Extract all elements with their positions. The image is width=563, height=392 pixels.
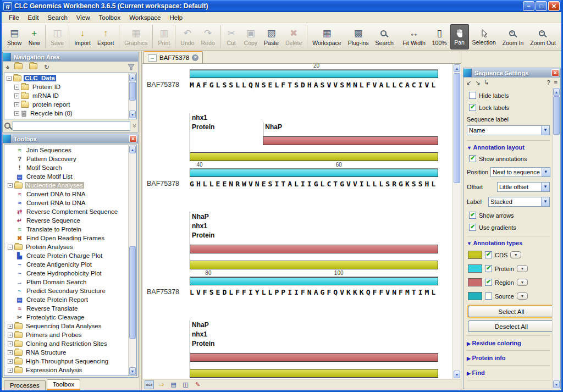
new-button[interactable]: +New xyxy=(25,24,43,49)
sequence-letters[interactable]: LVFSEDLFFIYLLPPIIFNAGFQVKKKQFFVNFMTIML xyxy=(190,288,438,296)
show-arrows-checkbox[interactable] xyxy=(469,212,476,219)
import-button[interactable]: ↓Import xyxy=(71,24,94,49)
protein-options-icon[interactable] xyxy=(517,265,528,272)
toolbox-item-cloning-and-restriction-sites[interactable]: +Cloning and Restriction Sites xyxy=(4,339,128,348)
use-gradients-checkbox[interactable] xyxy=(469,224,476,231)
annotation-label[interactable]: Protein xyxy=(192,339,214,349)
toolbox-item-create-motif-list[interactable]: ▤Create Motif List xyxy=(4,172,128,181)
expander-plus-icon[interactable]: + xyxy=(8,368,13,373)
expander-minus-icon[interactable]: − xyxy=(8,183,13,188)
position-select[interactable]: Next to sequence xyxy=(490,167,550,177)
book-view-icon[interactable]: ◫ xyxy=(181,380,190,389)
chevron-down-icon[interactable] xyxy=(542,168,550,176)
scroll-thumb[interactable] xyxy=(129,246,136,339)
expander-plus-icon[interactable]: + xyxy=(8,333,13,338)
show-annotations-checkbox[interactable] xyxy=(469,155,476,162)
section-residue-coloring[interactable]: Residue coloring xyxy=(467,335,550,350)
toolbox-item-join-sequences[interactable]: ≈Join Sequences xyxy=(4,146,128,154)
deselect-all-button[interactable]: Deselect All xyxy=(468,321,552,332)
toolbox-item-high-throughput-sequencing[interactable]: +High-Throughput Sequencing xyxy=(4,357,128,366)
toolbox-item-nucleotide-analyses[interactable]: −Nucleotide Analyses xyxy=(4,181,128,190)
toolbox-item-pattern-discovery[interactable]: ?Pattern Discovery xyxy=(4,154,128,163)
tree-item-recycle-bin-0[interactable]: +Recycle bin (0) xyxy=(4,109,128,118)
offset-select[interactable]: Little offset xyxy=(497,182,550,192)
annotation-label[interactable]: nhx1 xyxy=(192,113,214,123)
search-button[interactable]: Search xyxy=(372,24,397,49)
toolbox-item-motif-search[interactable]: !Motif Search xyxy=(4,163,128,172)
region-annotation-bar[interactable] xyxy=(263,136,438,145)
toolbox-item-reverse-translate[interactable]: ≈Reverse Translate xyxy=(4,304,128,313)
toolbox-item-reverse-sequence[interactable]: ↵Reverse Sequence xyxy=(4,216,128,225)
pan-button[interactable]: Pan xyxy=(450,24,469,49)
export-view-icon[interactable]: ⇒ xyxy=(157,380,166,389)
add-folder-icon[interactable] xyxy=(14,63,25,71)
annotation-label[interactable]: Protein xyxy=(192,231,214,240)
toolbox-item-convert-dna-to-rna[interactable]: ≈Convert DNA to RNA xyxy=(4,190,128,198)
lock-labels-checkbox[interactable] xyxy=(469,104,476,111)
cds-color-swatch[interactable] xyxy=(468,251,482,259)
apply-down-icon[interactable]: ↙ xyxy=(466,79,471,86)
region-checkbox[interactable] xyxy=(485,279,492,286)
indent-icon[interactable]: ↳ xyxy=(484,79,489,86)
label-select[interactable]: Stacked xyxy=(488,197,550,207)
sequence-label-select[interactable]: Name xyxy=(467,125,550,135)
source-checkbox[interactable] xyxy=(485,292,492,300)
toolbox-item-sequencing-data-analyses[interactable]: +Sequencing Data Analyses xyxy=(4,322,128,330)
toolbox-scrollbar[interactable] xyxy=(128,145,136,376)
expander-plus-icon[interactable]: + xyxy=(8,350,13,355)
annotation-label[interactable]: NhaP xyxy=(192,212,214,222)
toolbox-item-reverse-complement-sequence[interactable]: ⇄Reverse Complement Sequence xyxy=(4,207,128,216)
expander-minus-icon[interactable]: − xyxy=(7,76,12,81)
plug-ins-button[interactable]: ▩Plug-ins xyxy=(345,24,372,49)
editor-scrollbar[interactable] xyxy=(452,64,461,379)
toolbox-item-create-hydrophobicity-plot[interactable]: ~Create Hydrophobicity Plot xyxy=(4,269,128,278)
menu-help[interactable]: Help xyxy=(165,13,186,22)
cds-checkbox[interactable] xyxy=(485,251,492,258)
scroll-down-icon[interactable] xyxy=(129,111,136,118)
export-button[interactable]: ↑Export xyxy=(94,24,117,49)
expander-plus-icon[interactable]: + xyxy=(14,93,19,98)
annotation-label[interactable]: nhx1 xyxy=(192,330,214,339)
menu-search[interactable]: Search xyxy=(43,13,71,22)
tree-item-clc-data[interactable]: −CLC_Data xyxy=(4,74,128,82)
zoom-out-button[interactable]: −Zoom Out xyxy=(527,24,559,49)
cds-annotation-bar[interactable] xyxy=(190,261,438,269)
annotation-types-section[interactable]: Annotation types xyxy=(467,236,550,246)
toolbox-item-rna-structure[interactable]: +RNA Structure xyxy=(4,348,128,357)
menu-file[interactable]: File xyxy=(5,13,23,22)
bottom-tab-processes[interactable]: Processes xyxy=(4,380,46,390)
menu-edit[interactable]: Edit xyxy=(24,13,43,22)
scroll-up-icon[interactable] xyxy=(129,146,136,153)
menu-workspace[interactable]: Workspace xyxy=(125,13,164,22)
expander-plus-icon[interactable]: + xyxy=(14,102,19,107)
protein-color-swatch[interactable] xyxy=(468,264,482,273)
toolbox-close-icon[interactable]: × xyxy=(129,135,137,142)
minimize-button[interactable]: − xyxy=(523,1,534,11)
annotation-label[interactable]: nhx1 xyxy=(192,222,214,231)
toolbox-item-proteolytic-cleavage[interactable]: ✂Proteolytic Cleavage xyxy=(4,313,128,322)
help-icon[interactable]: ? xyxy=(547,79,550,86)
scroll-thumb[interactable] xyxy=(454,73,460,183)
settings-scrollbar[interactable] xyxy=(552,87,560,389)
toolbox-item-pfam-domain-search[interactable]: →Pfam Domain Search xyxy=(4,278,128,286)
scroll-down-icon[interactable] xyxy=(454,371,460,378)
region-options-icon[interactable] xyxy=(517,279,528,286)
source-annotation-bar[interactable] xyxy=(190,277,438,285)
history-view-icon[interactable]: ✎ xyxy=(193,380,202,389)
menu-toolbox[interactable]: Toolbox xyxy=(95,13,125,22)
toolbox-item-create-protein-charge-plot[interactable]: ▙Create Protein Charge Plot xyxy=(4,251,128,260)
annotation-label[interactable]: NhaP xyxy=(192,321,214,330)
source-options-icon[interactable] xyxy=(517,292,528,300)
chevron-down-icon[interactable] xyxy=(541,197,549,206)
scroll-down-icon[interactable] xyxy=(553,380,560,388)
source-annotation-bar[interactable] xyxy=(190,70,438,78)
tree-item-mrna-id[interactable]: +mRNA ID xyxy=(4,91,128,100)
toolbox-item-convert-rna-to-dna[interactable]: ≈Convert RNA to DNA xyxy=(4,198,128,207)
expander-minus-icon[interactable]: − xyxy=(8,245,13,250)
menu-view[interactable]: View xyxy=(73,13,94,22)
source-color-swatch[interactable] xyxy=(468,292,482,300)
expander-plus-icon[interactable]: + xyxy=(8,359,13,364)
toolbox-item-find-open-reading-frames[interactable]: ✖Find Open Reading Frames xyxy=(4,234,128,242)
toolbox-item-create-antigenicity-plot[interactable]: ~Create Antigenicity Plot xyxy=(4,260,128,269)
chevron-down-icon[interactable] xyxy=(541,183,549,191)
